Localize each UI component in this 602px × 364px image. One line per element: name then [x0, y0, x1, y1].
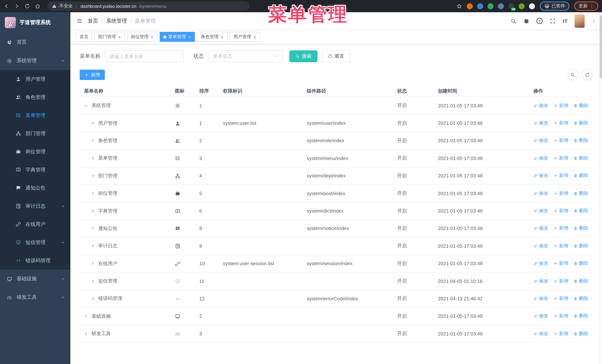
close-icon[interactable] — [188, 35, 191, 39]
add-action-link[interactable]: 新增 — [553, 260, 568, 267]
edit-action-link[interactable]: 修改 — [533, 331, 548, 337]
add-action-link[interactable]: 新增 — [553, 313, 568, 319]
delete-action-link[interactable]: 删除 — [573, 313, 588, 319]
add-action-link[interactable]: 新增 — [553, 208, 568, 214]
sidebar-item-用户管理[interactable]: 用户管理 — [0, 70, 70, 88]
sidebar-item-菜单管理[interactable]: 菜单管理 — [0, 106, 70, 125]
fullscreen-icon[interactable] — [550, 18, 556, 24]
tab-用户管理[interactable]: 用户管理 — [230, 32, 260, 42]
sidebar-item-角色管理[interactable]: 角色管理 — [0, 88, 70, 106]
page-scrollbar[interactable] — [599, 12, 602, 364]
delete-action-link[interactable]: 删除 — [573, 208, 588, 214]
extension-dark-on-icon[interactable] — [508, 3, 514, 9]
extension-orange-icon[interactable] — [467, 3, 473, 9]
tab-菜单管理[interactable]: 菜单管理 — [160, 32, 195, 42]
add-action-link[interactable]: 新增 — [553, 173, 568, 179]
search-button[interactable]: 搜索 — [289, 50, 317, 62]
menu-dots-icon[interactable]: ⋮ — [590, 4, 594, 8]
sidebar-item-系统管理[interactable]: 系统管理 — [0, 52, 70, 70]
tab-部门管理[interactable]: 部门管理 — [95, 32, 125, 42]
browser-back-icon[interactable] — [4, 3, 9, 9]
delete-action-link[interactable]: 删除 — [573, 278, 588, 284]
sidebar-item-部门管理[interactable]: 部门管理 — [0, 125, 70, 143]
extension-green-check-icon[interactable] — [488, 3, 494, 9]
bookmark-star-icon[interactable] — [457, 3, 462, 9]
close-icon[interactable] — [220, 35, 224, 39]
delete-action-link[interactable]: 删除 — [573, 102, 588, 109]
address-bar[interactable]: 不安全 | dashboard.yudao.iocoder.cn/system/… — [47, 1, 249, 11]
edit-action-link[interactable]: 修改 — [533, 313, 548, 319]
edit-action-link[interactable]: 修改 — [533, 190, 548, 197]
sidebar-item-首页[interactable]: 首页 — [0, 33, 70, 52]
font-size-icon[interactable]: tT — [563, 18, 568, 24]
edit-action-link[interactable]: 修改 — [533, 295, 548, 302]
add-action-link[interactable]: 新增 — [553, 331, 568, 337]
browser-forward-icon[interactable] — [14, 3, 20, 9]
sidebar-item-基础设施[interactable]: 基础设施 — [0, 270, 70, 288]
add-button[interactable]: 新增 — [80, 70, 105, 80]
sidebar-item-审计日志[interactable]: 审计日志 — [0, 197, 70, 215]
edit-action-link[interactable]: 修改 — [533, 155, 548, 161]
delete-action-link[interactable]: 删除 — [573, 120, 588, 126]
add-action-link[interactable]: 新增 — [553, 137, 568, 144]
delete-action-link[interactable]: 删除 — [573, 225, 588, 232]
delete-action-link[interactable]: 删除 — [573, 260, 588, 267]
breadcrumb-home[interactable]: 首页 — [88, 18, 98, 24]
delete-action-link[interactable]: 删除 — [573, 190, 588, 197]
close-icon[interactable] — [150, 35, 154, 39]
delete-action-link[interactable]: 删除 — [573, 243, 588, 249]
github-icon[interactable] — [524, 18, 529, 24]
extension-blue-gem-icon[interactable] — [477, 3, 483, 9]
hamburger-icon[interactable] — [76, 18, 83, 24]
add-action-link[interactable]: 新增 — [553, 190, 568, 197]
close-icon[interactable] — [253, 35, 256, 39]
delete-action-link[interactable]: 删除 — [573, 137, 588, 144]
delete-action-link[interactable]: 删除 — [573, 155, 588, 161]
close-icon[interactable] — [118, 35, 121, 39]
delete-action-link[interactable]: 删除 — [573, 173, 588, 179]
update-button[interactable]: 更新 ⋮ — [574, 1, 598, 11]
edit-action-link[interactable]: 修改 — [533, 208, 548, 214]
edit-action-link[interactable]: 修改 — [533, 278, 548, 284]
tab-首页[interactable]: 首页 — [76, 32, 92, 42]
edit-action-link[interactable]: 修改 — [533, 120, 548, 126]
status-select[interactable]: 菜单状态 — [208, 50, 283, 62]
profile-paused-badge[interactable]: 😀 已暂停 — [540, 1, 570, 11]
user-avatar[interactable] — [575, 14, 585, 28]
extension-blue-grid-icon[interactable] — [498, 3, 504, 9]
delete-action-link[interactable]: 删除 — [573, 331, 588, 337]
sidebar-item-通知公告[interactable]: 通知公告 — [0, 179, 70, 197]
toggle-search-button[interactable] — [567, 69, 578, 80]
delete-action-link[interactable]: 删除 — [573, 295, 588, 302]
sidebar-item-字典管理[interactable]: 字典管理 — [0, 161, 70, 179]
tab-岗位管理[interactable]: 岗位管理 — [127, 32, 157, 42]
chevron-down-icon[interactable] — [592, 19, 596, 23]
add-action-link[interactable]: 新增 — [553, 155, 568, 161]
extension-puzzle-icon[interactable] — [529, 3, 535, 9]
add-action-link[interactable]: 新增 — [553, 102, 568, 109]
edit-action-link[interactable]: 修改 — [533, 102, 548, 109]
tab-角色管理[interactable]: 角色管理 — [197, 32, 227, 42]
add-action-link[interactable]: 新增 — [553, 120, 568, 126]
refresh-table-button[interactable] — [582, 69, 593, 80]
breadcrumb-system[interactable]: 系统管理 — [106, 18, 127, 24]
add-action-link[interactable]: 新增 — [553, 225, 568, 232]
edit-action-link[interactable]: 修改 — [533, 243, 548, 249]
browser-reload-icon[interactable] — [24, 3, 30, 9]
edit-action-link[interactable]: 修改 — [533, 137, 548, 144]
extension-green-search-icon[interactable] — [519, 3, 525, 9]
edit-action-link[interactable]: 修改 — [533, 260, 548, 267]
search-icon[interactable] — [510, 18, 516, 24]
add-action-link[interactable]: 新增 — [553, 278, 568, 284]
menu-name-input[interactable] — [105, 50, 184, 62]
browser-home-icon[interactable] — [35, 3, 40, 9]
reset-button[interactable]: 重置 — [322, 50, 350, 62]
sidebar-item-短信管理[interactable]: 短信管理 — [0, 233, 70, 251]
sidebar-item-研发工具[interactable]: 研发工具 — [0, 288, 70, 307]
add-action-link[interactable]: 新增 — [553, 295, 568, 302]
edit-action-link[interactable]: 修改 — [533, 225, 548, 232]
add-action-link[interactable]: 新增 — [553, 243, 568, 249]
help-icon[interactable]: ? — [537, 18, 543, 24]
edit-action-link[interactable]: 修改 — [533, 173, 548, 179]
sidebar-item-在线用户[interactable]: 在线用户 — [0, 215, 70, 233]
